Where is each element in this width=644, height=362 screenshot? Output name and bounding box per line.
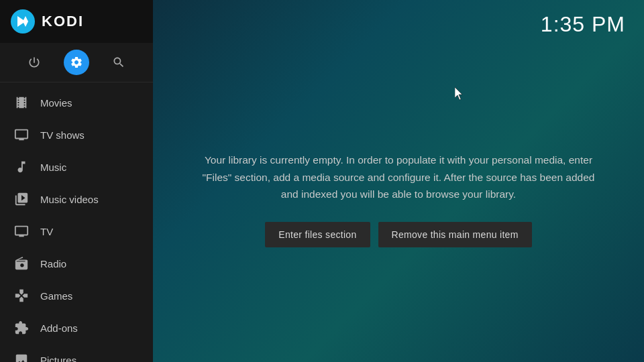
musicvideos-icon [12, 190, 31, 208]
remove-menu-item-button[interactable]: Remove this main menu item [378, 222, 532, 247]
pictures-icon [12, 351, 31, 362]
tvshows-icon [12, 125, 31, 144]
sidebar-item-games[interactable]: Games [0, 280, 153, 312]
sidebar-item-radio-label: Radio [40, 258, 66, 269]
search-button[interactable] [106, 50, 131, 75]
library-empty-message: Your library is currently empty. In orde… [193, 152, 604, 203]
sidebar-item-musicvideos-label: Music videos [40, 194, 99, 205]
sidebar-item-movies-label: Movies [40, 97, 72, 109]
action-buttons-group: Enter files section Remove this main men… [265, 222, 531, 247]
sidebar-item-tvshows[interactable]: TV shows [0, 119, 153, 151]
sidebar-header: KODI [0, 0, 153, 43]
settings-button[interactable] [64, 50, 89, 75]
main-content-area: Your library is currently empty. In orde… [153, 37, 644, 362]
sidebar-item-music[interactable]: Music [0, 151, 153, 183]
enter-files-button[interactable]: Enter files section [265, 222, 370, 247]
sidebar-item-radio[interactable]: Radio [0, 247, 153, 280]
sidebar-item-tv[interactable]: TV [0, 215, 153, 247]
sidebar-item-tv-label: TV [40, 226, 53, 237]
sidebar-item-pictures[interactable]: Pictures [0, 344, 153, 362]
sidebar-menu: Movies TV shows Music Music videos [0, 82, 153, 362]
kodi-logo-icon [11, 9, 35, 34]
games-icon [12, 286, 31, 305]
kodi-title: KODI [42, 13, 84, 30]
sidebar-item-games-label: Games [40, 290, 72, 302]
sidebar-item-musicvideos[interactable]: Music videos [0, 183, 153, 215]
radio-icon [12, 254, 31, 273]
addons-icon [12, 318, 31, 337]
sidebar-item-movies[interactable]: Movies [0, 86, 153, 119]
clock-display: 1:35 PM [541, 0, 644, 37]
tv-icon [12, 222, 31, 241]
power-button[interactable] [21, 50, 47, 75]
sidebar: KODI Movies [0, 0, 153, 362]
main-area: 1:35 PM Your library is currently empty.… [153, 0, 644, 362]
sidebar-item-addons-label: Add-ons [40, 322, 78, 334]
sidebar-item-music-label: Music [40, 162, 66, 173]
sidebar-item-addons[interactable]: Add-ons [0, 312, 153, 344]
music-icon [12, 158, 31, 176]
sidebar-item-tvshows-label: TV shows [40, 129, 85, 141]
sidebar-item-pictures-label: Pictures [40, 355, 76, 363]
movies-icon [12, 93, 31, 112]
sidebar-icon-bar [0, 43, 153, 82]
